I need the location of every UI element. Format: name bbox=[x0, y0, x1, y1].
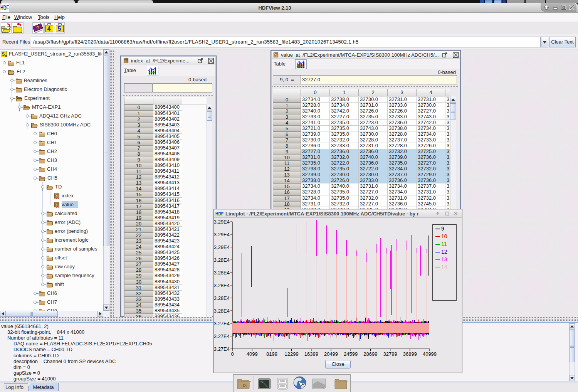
svg-text:3.29E4: 3.29E4 bbox=[214, 219, 230, 225]
svg-text:3.28E4: 3.28E4 bbox=[214, 295, 230, 301]
svg-text:4099: 4099 bbox=[247, 351, 258, 357]
svg-text:3.28E4: 3.28E4 bbox=[214, 283, 230, 288]
svg-text:3.27E4: 3.27E4 bbox=[214, 321, 230, 326]
svg-text:16399: 16399 bbox=[304, 351, 318, 357]
svg-text:12299: 12299 bbox=[285, 351, 299, 357]
svg-text:5: 5 bbox=[58, 25, 61, 32]
svg-text:5: 5 bbox=[2, 52, 5, 57]
svg-text:3.29E4: 3.29E4 bbox=[214, 244, 230, 250]
svg-text:3.28E4: 3.28E4 bbox=[214, 270, 230, 276]
svg-text:3.27E4: 3.27E4 bbox=[214, 346, 230, 352]
svg-text:HDF: HDF bbox=[0, 5, 9, 11]
svg-text:3.28E4: 3.28E4 bbox=[214, 257, 230, 263]
svg-text:3.29E4: 3.29E4 bbox=[214, 232, 230, 237]
svg-text:24599: 24599 bbox=[344, 351, 358, 357]
svg-text:3.28E4: 3.28E4 bbox=[214, 308, 230, 314]
svg-text:8199: 8199 bbox=[266, 351, 277, 357]
svg-text:32799: 32799 bbox=[383, 351, 397, 357]
svg-text:A: A bbox=[56, 205, 59, 208]
svg-text:36899: 36899 bbox=[403, 351, 417, 357]
svg-text:28699: 28699 bbox=[363, 351, 377, 357]
svg-text:HDF: HDF bbox=[215, 211, 223, 217]
svg-text:40999: 40999 bbox=[423, 351, 437, 357]
svg-text:4: 4 bbox=[47, 25, 51, 32]
svg-text::D:: :D: bbox=[241, 383, 247, 388]
svg-text:0: 0 bbox=[231, 351, 234, 357]
svg-text:20499: 20499 bbox=[324, 351, 338, 357]
svg-text:A: A bbox=[56, 196, 59, 199]
svg-text:3.27E4: 3.27E4 bbox=[214, 333, 230, 339]
